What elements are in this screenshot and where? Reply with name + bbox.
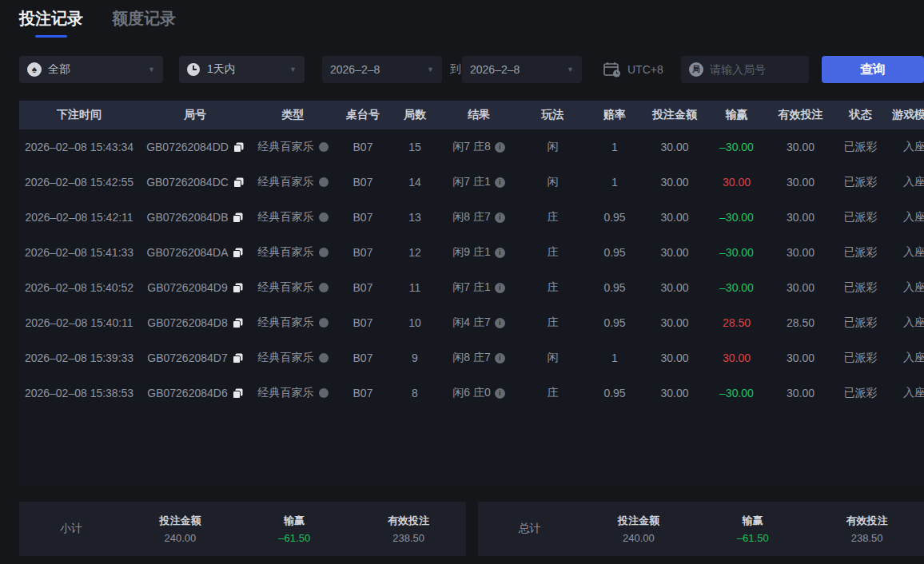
cell-result: 闲7 庄1i <box>439 280 519 295</box>
result-info-icon[interactable]: i <box>495 318 505 328</box>
cell-odds: 0.95 <box>587 281 643 294</box>
timezone-indicator: UTC+8 <box>603 56 663 83</box>
cell-round: 9 <box>391 352 439 364</box>
game-provider-dot-icon <box>319 318 329 328</box>
cell-type: 经典百家乐 <box>251 140 335 154</box>
game-provider-dot-icon <box>319 212 329 222</box>
result-info-icon[interactable]: i <box>495 388 505 399</box>
cell-type: 经典百家乐 <box>251 175 335 189</box>
end-date-value: 2026–2–8 <box>470 63 560 76</box>
table-row: 2026–02–08 15:38:53GB07262084D6经典百家乐B078… <box>19 375 924 411</box>
result-info-icon[interactable]: i <box>495 283 505 293</box>
tab-quota-records[interactable]: 额度记录 <box>112 8 176 38</box>
copy-icon[interactable] <box>233 283 243 293</box>
copy-icon[interactable] <box>233 353 243 363</box>
result-info-icon[interactable]: i <box>495 177 505 188</box>
cell-status: 已派彩 <box>834 280 886 295</box>
cell-round_id: GB07262084D8 <box>139 316 251 329</box>
cell-bet: 30.00 <box>643 387 707 399</box>
cell-win: 28.50 <box>707 316 767 329</box>
time-range-select[interactable]: 1天内 ▼ <box>179 56 305 83</box>
spade-icon: ♠ <box>27 62 42 77</box>
cell-valid: 30.00 <box>767 141 834 153</box>
copy-icon[interactable] <box>233 212 243 223</box>
total-valid-bet: 有效投注 238.50 <box>810 514 924 544</box>
total-title: 总计 <box>478 522 582 536</box>
cell-round: 12 <box>391 246 439 259</box>
column-header-status: 状态 <box>834 108 886 122</box>
round-id-field: 局 <box>681 56 809 83</box>
start-date-select[interactable]: 2026–2–8 ▼ <box>322 56 442 83</box>
cell-win: –30.00 <box>707 246 767 259</box>
cell-bet: 30.00 <box>643 281 707 294</box>
cell-time: 2026–02–08 15:40:52 <box>19 281 139 294</box>
table-header-row: 下注时间局号类型桌台号局数结果玩法赔率投注金额输赢有效投注状态游戏模式 <box>19 101 924 129</box>
date-range-to-label: 到 <box>450 56 461 83</box>
table-row: 2026–02–08 15:40:11GB07262084D8经典百家乐B071… <box>19 305 924 340</box>
result-info-icon[interactable]: i <box>495 353 505 363</box>
cell-play: 闲 <box>519 351 587 365</box>
game-type-select[interactable]: ♠ 全部 ▼ <box>19 56 163 83</box>
game-provider-dot-icon <box>319 248 329 257</box>
subtotal-bet-amount: 投注金额 240.00 <box>123 514 237 544</box>
table-row: 2026–02–08 15:39:33GB07262084D7经典百家乐B079… <box>19 340 924 375</box>
cell-type: 经典百家乐 <box>251 351 335 365</box>
copy-icon[interactable] <box>233 248 243 258</box>
copy-icon[interactable] <box>233 318 243 328</box>
table-row: 2026–02–08 15:43:34GB07262084DD经典百家乐B071… <box>19 129 924 165</box>
copy-icon[interactable] <box>233 142 244 153</box>
cell-status: 已派彩 <box>834 245 886 260</box>
cell-status: 已派彩 <box>834 351 886 365</box>
subtotal-title: 小计 <box>19 522 123 536</box>
chevron-down-icon: ▼ <box>289 66 297 73</box>
timezone-label: UTC+8 <box>627 63 663 76</box>
game-provider-dot-icon <box>319 142 329 152</box>
cell-type: 经典百家乐 <box>251 280 335 295</box>
cell-win: 30.00 <box>707 352 767 364</box>
cell-table_no: B07 <box>335 211 391 224</box>
cell-result: 闲4 庄7i <box>439 316 519 330</box>
cell-time: 2026–02–08 15:43:34 <box>19 141 139 153</box>
cell-round: 13 <box>391 211 439 224</box>
cell-status: 已派彩 <box>834 140 886 154</box>
column-header-round: 局数 <box>391 108 439 122</box>
betting-records-table: 下注时间局号类型桌台号局数结果玩法赔率投注金额输赢有效投注状态游戏模式 2026… <box>19 101 924 486</box>
round-id-input[interactable] <box>710 63 798 76</box>
cell-table_no: B07 <box>335 141 391 153</box>
cell-round: 10 <box>391 316 439 329</box>
result-info-icon[interactable]: i <box>495 212 505 223</box>
cell-time: 2026–02–08 15:42:55 <box>19 176 139 189</box>
cell-mode: 入座 <box>886 245 924 260</box>
copy-icon[interactable] <box>233 388 243 399</box>
cell-time: 2026–02–08 15:42:11 <box>19 211 139 224</box>
cell-win: 30.00 <box>707 176 767 189</box>
cell-round_id: GB07262084D6 <box>139 387 251 399</box>
subtotal-valid-bet: 有效投注 238.50 <box>352 514 466 544</box>
result-info-icon[interactable]: i <box>495 142 505 153</box>
cell-mode: 入座 <box>886 280 924 295</box>
table-row: 2026–02–08 15:42:55GB07262084DC经典百家乐B071… <box>19 165 924 200</box>
tab-betting-records[interactable]: 投注记录 <box>19 8 83 38</box>
copy-icon[interactable] <box>233 177 244 188</box>
cell-result: 闲8 庄7i <box>439 351 519 365</box>
cell-mode: 入座 <box>886 316 924 330</box>
cell-round_id: GB07262084DD <box>139 141 251 153</box>
column-header-result: 结果 <box>439 108 519 122</box>
cell-result: 闲9 庄1i <box>439 245 519 260</box>
cell-round: 14 <box>391 176 439 189</box>
column-header-time: 下注时间 <box>19 108 139 122</box>
query-button[interactable]: 查询 <box>822 56 924 83</box>
cell-table_no: B07 <box>335 176 391 189</box>
cell-valid: 30.00 <box>767 387 834 399</box>
cell-status: 已派彩 <box>834 210 886 224</box>
cell-round: 15 <box>391 141 439 153</box>
cell-valid: 30.00 <box>767 246 834 259</box>
total-panel: 总计 投注金额 240.00 输赢 –61.50 有效投注 238.50 <box>478 502 924 556</box>
cell-odds: 0.95 <box>587 211 643 224</box>
cell-play: 庄 <box>519 316 587 330</box>
end-date-select[interactable]: 2026–2–8 ▼ <box>462 56 582 83</box>
cell-bet: 30.00 <box>643 176 707 189</box>
cell-round_id: GB07262084DC <box>139 176 251 189</box>
round-number-icon: 局 <box>689 62 703 77</box>
result-info-icon[interactable]: i <box>495 248 505 258</box>
